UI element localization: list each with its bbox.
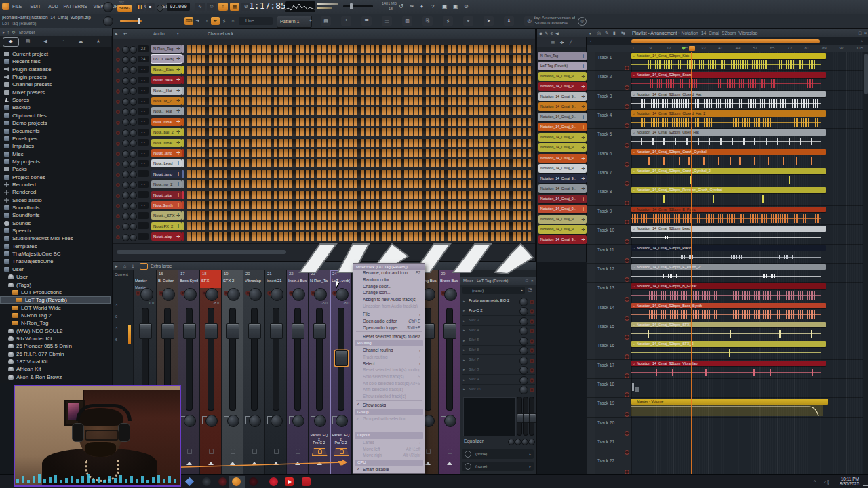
remote-icon[interactable]: ⌖: [463, 16, 473, 26]
picker-clip-item[interactable]: LoT Tag (Reverb)✛: [538, 62, 587, 70]
browser-item[interactable]: Rendered: [0, 188, 111, 196]
channel-button[interactable]: Notat..nare✛: [151, 76, 182, 84]
channel-target-display[interactable]: --: [138, 160, 149, 167]
fx-slot-mix-knob[interactable]: [519, 327, 528, 336]
mixer-dock-icon[interactable]: ±: [132, 264, 134, 268]
fx-slot-label[interactable]: Pro-C 2: [469, 308, 517, 312]
fx-slot-mix-knob[interactable]: [519, 317, 528, 326]
strip-volume-knob[interactable]: [292, 288, 305, 301]
fx-slot-label[interactable]: Fruity parametric EQ 2: [469, 298, 517, 302]
channel-pan-knob[interactable]: [122, 56, 130, 64]
playlist-vscrollbar[interactable]: [863, 52, 868, 475]
fx-slot[interactable]: ▸Fruity parametric EQ 2: [462, 296, 535, 306]
fx-slot-arrow-icon[interactable]: ▸: [463, 328, 465, 332]
master-volume-knob[interactable]: [103, 2, 113, 12]
save-icon[interactable]: ▣: [442, 3, 448, 9]
strip-name[interactable]: Vibraslap: [245, 279, 263, 283]
picker-headphone-icon[interactable]: ◉: [539, 31, 542, 36]
clip-name-bar[interactable]: Notation_14_Cmaj_92bpm_Crash_Cymbal_2⇔: [631, 168, 826, 174]
channel-target-display[interactable]: --: [138, 108, 149, 115]
fx-slot-mix-knob[interactable]: [519, 376, 528, 385]
strip-volume-knob[interactable]: [249, 288, 262, 301]
track-label[interactable]: Track 1: [595, 55, 631, 60]
track-mute-led[interactable]: [625, 431, 629, 436]
channel-steps[interactable]: [187, 118, 533, 126]
menu-edit[interactable]: EDIT: [31, 4, 41, 9]
track-mute-led[interactable]: [625, 85, 629, 90]
playlist-scroll-left-icon[interactable]: ‹: [590, 39, 591, 43]
channel-pan-knob[interactable]: [122, 192, 130, 199]
taskbar-soap-icon[interactable]: [302, 477, 311, 486]
channel-button[interactable]: Nota.._Hat✛: [151, 87, 182, 95]
browser-item[interactable]: Backup: [0, 104, 111, 111]
fx-slot-enable-led[interactable]: [530, 348, 534, 353]
strip-pan-knob[interactable]: [249, 415, 261, 427]
channel-mute-led[interactable]: [116, 162, 120, 166]
picker-clip-item[interactable]: Notation_14_Cmaj_9..✛: [538, 235, 587, 244]
taskbar-fl-studio-icon[interactable]: [232, 477, 241, 486]
browser-item[interactable]: Current project: [0, 50, 111, 58]
channel-pan-knob[interactable]: [122, 66, 130, 74]
channel-target-display[interactable]: --: [138, 87, 149, 94]
track-label[interactable]: Track 12: [595, 266, 631, 271]
track-label[interactable]: Track 21: [595, 439, 631, 444]
fx-slot-enable-led[interactable]: [530, 339, 534, 344]
main-volume-handle[interactable]: [138, 18, 140, 24]
channel-mute-led[interactable]: [116, 110, 120, 114]
channel-pan-knob[interactable]: [122, 77, 130, 85]
channel-button[interactable]: Nota..no_2✛: [151, 180, 182, 188]
fx-preset-arrow-icon[interactable]: ▸: [521, 288, 523, 293]
fx-slot-mix-knob[interactable]: [519, 337, 528, 346]
playlist-slip-icon[interactable]: ↹: [621, 30, 625, 35]
mouse-panel-icon[interactable]: ➤: [484, 16, 494, 26]
channel-pan-knob[interactable]: [122, 119, 130, 126]
channel-steps[interactable]: [187, 191, 533, 199]
strip-fader-handle[interactable]: [183, 323, 196, 339]
browser-item[interactable]: Akon & Ron Browz: [0, 373, 111, 381]
channel-volume-knob[interactable]: [130, 87, 137, 95]
mixer-strip-21[interactable]: 21Insert 21: [265, 270, 287, 475]
strip-pan-knob[interactable]: [314, 415, 326, 427]
channel-volume-knob[interactable]: [130, 98, 137, 106]
menu-item[interactable]: Change color...: [353, 283, 425, 289]
channel-target-display[interactable]: 23: [138, 45, 149, 52]
track-label[interactable]: Track 8: [595, 189, 631, 194]
strip-pan-knob[interactable]: [336, 415, 348, 427]
picker-mute-icon[interactable]: ⊘: [550, 31, 553, 36]
track-label[interactable]: Track 10: [595, 228, 631, 232]
strip-send-arrow-icon[interactable]: [447, 462, 452, 465]
track-label[interactable]: Track 3: [595, 94, 631, 98]
fx-slot-arrow-icon[interactable]: ▸: [463, 299, 465, 303]
picker-clip-item[interactable]: Notation_14_Cmaj_9..✛: [538, 184, 587, 193]
automation-clip-name-bar[interactable]: Master - Volume: [631, 399, 828, 405]
menu-item[interactable]: Open audio editorCtrl+E: [353, 318, 425, 325]
strip-name[interactable]: N-Ron_Tag: [310, 279, 328, 283]
fx-slot-enable-led[interactable]: [530, 300, 534, 304]
menu-patterns[interactable]: PATTERNS: [63, 4, 87, 9]
track-mute-led[interactable]: [625, 239, 629, 244]
fx-eq-display[interactable]: [463, 397, 516, 436]
menu-item[interactable]: Rename, color and icon...F2: [353, 270, 425, 277]
fx-slot-mix-knob[interactable]: [519, 357, 528, 365]
fx-slot-mix-knob[interactable]: [519, 366, 528, 375]
clip-name-bar[interactable]: Notation_14_Cmaj_92bpm_E_Piano_2⇔: [631, 264, 826, 270]
clip-name-bar[interactable]: Notation_14_Cmaj_92bpm_Crash_Cymbal⇔: [631, 149, 826, 155]
send-arrow-icon[interactable]: ▸: [529, 464, 531, 468]
channel-target-display[interactable]: --: [138, 222, 149, 229]
playlist-icon[interactable]: ▤: [321, 16, 331, 26]
track-label[interactable]: Track 7: [595, 170, 631, 175]
channel-target-display[interactable]: --: [138, 150, 149, 157]
picker-led-icon[interactable]: ▦: [551, 40, 555, 45]
strip-name[interactable]: B. Guitar: [158, 279, 176, 283]
track-mute-led[interactable]: [625, 297, 629, 302]
strip-volume-knob[interactable]: [162, 288, 175, 301]
eq-freq-knob[interactable]: [528, 439, 535, 445]
strip-fader-handle[interactable]: [226, 323, 239, 339]
track-mute-led[interactable]: [625, 354, 629, 359]
channel-button[interactable]: Nota.Synth✛: [151, 201, 182, 209]
playlist-magnet-icon[interactable]: ◎: [597, 30, 601, 35]
channel-mute-led[interactable]: [116, 183, 120, 187]
picker-clip-item[interactable]: Notation_14_Cmaj_9..✛: [538, 72, 587, 81]
strip-fader-handle[interactable]: [139, 323, 152, 339]
browser-item[interactable]: Soundfonts: [0, 204, 111, 211]
